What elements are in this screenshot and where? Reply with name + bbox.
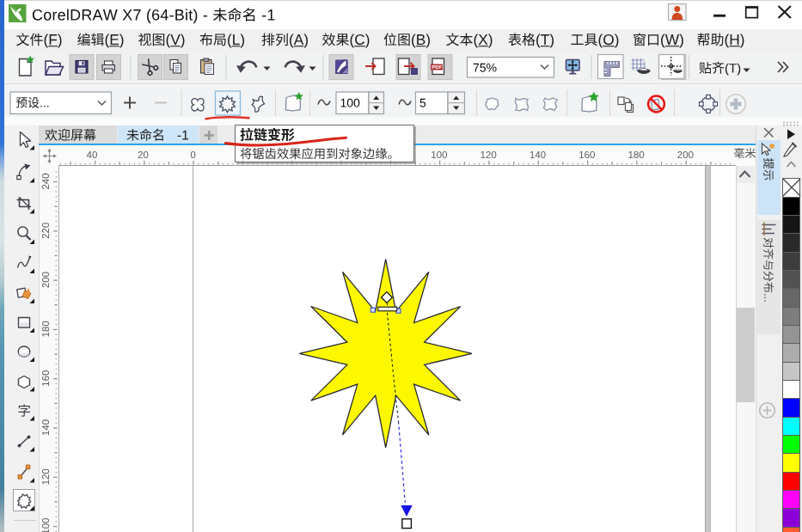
svg-text:PDF: PDF bbox=[432, 64, 442, 70]
